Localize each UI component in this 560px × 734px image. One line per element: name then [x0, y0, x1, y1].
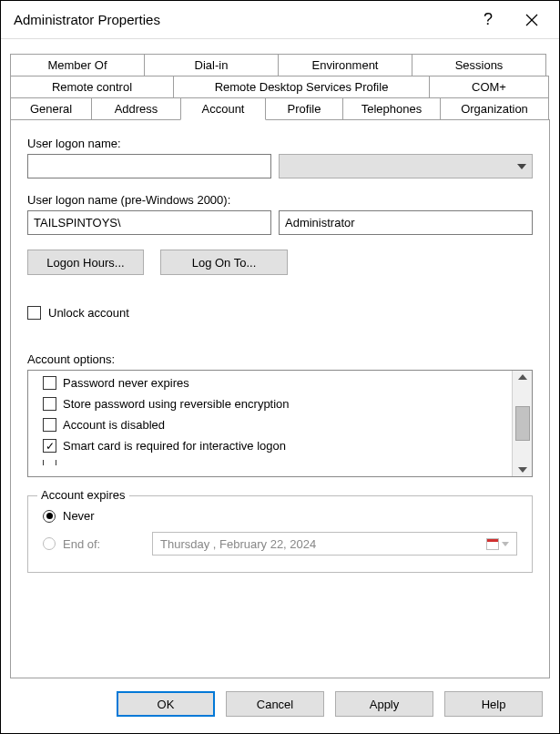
expires-never-radio[interactable] — [43, 510, 56, 523]
ok-button[interactable]: OK — [117, 691, 215, 717]
tab-environment[interactable]: Environment — [278, 54, 412, 76]
opt-account-disabled-label: Account is disabled — [63, 418, 165, 432]
sam-account-input[interactable] — [279, 210, 533, 235]
tab-account[interactable]: Account — [180, 97, 266, 120]
calendar-icon — [486, 538, 499, 550]
expires-date-text: Thursday , February 22, 2024 — [160, 537, 316, 551]
expires-endof-radio[interactable] — [43, 537, 56, 550]
opt-reversible-encryption-checkbox[interactable] — [43, 397, 56, 411]
help-icon[interactable]: ? — [468, 6, 508, 34]
logon-pre2000-label: User logon name (pre-Windows 2000): — [27, 193, 533, 207]
logon-name-input[interactable] — [27, 154, 271, 178]
tab-organization[interactable]: Organization — [440, 97, 549, 119]
chevron-down-icon — [517, 164, 526, 169]
opt-smartcard-required-label: Smart card is required for interactive l… — [63, 439, 286, 453]
tab-panel-account: User logon name: User logon name (pre-Wi… — [10, 119, 550, 678]
tab-member-of[interactable]: Member Of — [10, 54, 145, 76]
chevron-down-icon — [502, 542, 509, 546]
scroll-up-icon[interactable] — [518, 374, 527, 380]
logon-name-label: User logon name: — [27, 137, 533, 150]
options-scrollbar[interactable] — [512, 371, 532, 476]
tab-strip: Member Of Dial-in Environment Sessions R… — [10, 54, 550, 119]
close-icon[interactable] — [512, 6, 552, 34]
account-options-list: Password never expires Store password us… — [27, 370, 533, 477]
tab-dial-in[interactable]: Dial-in — [144, 54, 279, 76]
apply-button[interactable]: Apply — [335, 691, 433, 717]
tab-sessions[interactable]: Sessions — [412, 54, 546, 76]
tab-general[interactable]: General — [10, 97, 92, 119]
unlock-account-label: Unlock account — [48, 306, 129, 320]
window-title: Administrator Properties — [14, 12, 468, 27]
cancel-button[interactable]: Cancel — [226, 691, 324, 717]
account-expires-group: Account expires Never End of: Thursday ,… — [27, 495, 533, 573]
upn-suffix-combo[interactable] — [279, 154, 533, 178]
scroll-thumb[interactable] — [515, 406, 530, 441]
expires-date-picker[interactable]: Thursday , February 22, 2024 — [152, 532, 517, 556]
expires-endof-label: End of: — [63, 537, 145, 551]
titlebar: Administrator Properties ? — [1, 1, 559, 39]
opt-pwd-never-expires-label: Password never expires — [63, 376, 189, 390]
help-button[interactable]: Help — [444, 691, 543, 717]
tab-remote-control[interactable]: Remote control — [10, 76, 174, 97]
tab-address[interactable]: Address — [91, 97, 181, 119]
tab-rds-profile[interactable]: Remote Desktop Services Profile — [173, 76, 430, 97]
opt-smartcard-required-checkbox[interactable]: ✓ — [43, 439, 56, 453]
opt-truncated-checkbox[interactable] — [43, 460, 56, 465]
tab-com-plus[interactable]: COM+ — [429, 76, 549, 97]
account-expires-title: Account expires — [37, 488, 129, 502]
tab-profile[interactable]: Profile — [265, 97, 343, 119]
opt-reversible-encryption-label: Store password using reversible encrypti… — [63, 397, 290, 411]
account-options-label: Account options: — [27, 352, 533, 366]
logon-hours-button[interactable]: Logon Hours... — [27, 250, 144, 275]
domain-prefix-input[interactable] — [27, 210, 271, 235]
scroll-down-icon[interactable] — [518, 467, 527, 473]
unlock-account-checkbox[interactable] — [27, 306, 41, 320]
dialog-window: Administrator Properties ? Member Of Dia… — [0, 0, 560, 734]
dialog-footer: OK Cancel Apply Help — [1, 678, 559, 733]
expires-never-label: Never — [63, 509, 95, 523]
opt-account-disabled-checkbox[interactable] — [43, 418, 56, 432]
opt-pwd-never-expires-checkbox[interactable] — [43, 376, 56, 390]
log-on-to-button[interactable]: Log On To... — [160, 250, 288, 275]
tab-telephones[interactable]: Telephones — [342, 97, 441, 119]
